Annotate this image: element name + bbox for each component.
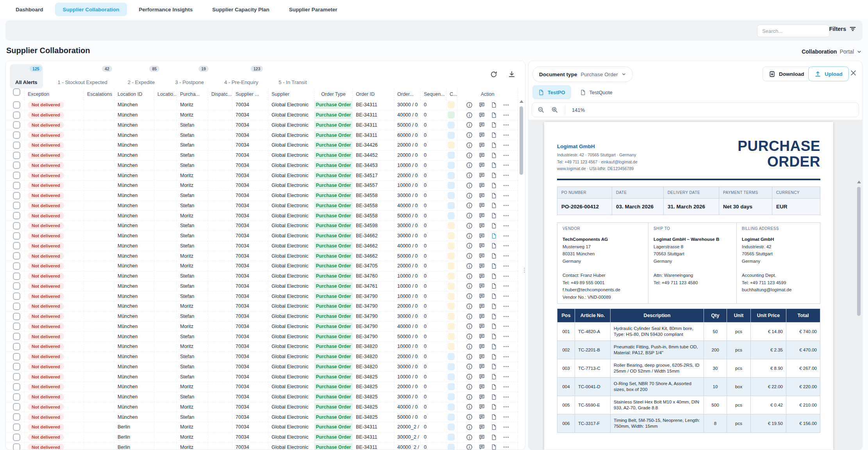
document-icon[interactable]: [491, 444, 497, 450]
document-icon[interactable]: [491, 253, 497, 259]
document-icon[interactable]: [491, 313, 497, 320]
download-button[interactable]: Download: [763, 66, 811, 81]
row-checkbox[interactable]: [13, 434, 20, 441]
info-icon[interactable]: [466, 172, 473, 179]
table-row[interactable]: Not deliveredMünchenMoritz70034Global El…: [6, 170, 518, 181]
table-row[interactable]: Not deliveredMünchenStefan70034Global El…: [6, 291, 518, 301]
document-icon[interactable]: [491, 293, 497, 299]
comment-icon[interactable]: [479, 192, 485, 199]
more-actions-icon[interactable]: [503, 172, 509, 179]
row-checkbox[interactable]: [13, 131, 20, 139]
document-icon[interactable]: [491, 424, 497, 430]
row-checkbox[interactable]: [13, 323, 20, 330]
row-checkbox[interactable]: [13, 121, 20, 129]
table-row[interactable]: Not deliveredMünchenMoritz70034Global El…: [6, 342, 518, 352]
info-icon[interactable]: [466, 233, 473, 239]
info-icon[interactable]: [466, 182, 473, 189]
comment-icon[interactable]: [479, 414, 485, 420]
info-icon[interactable]: [466, 434, 473, 441]
info-icon[interactable]: [466, 353, 473, 360]
row-checkbox[interactable]: [13, 172, 20, 179]
comment-icon[interactable]: [479, 122, 485, 128]
alert-tab-2[interactable]: 852 - Expedite: [122, 64, 160, 89]
document-icon[interactable]: [491, 363, 497, 370]
row-checkbox[interactable]: [13, 403, 20, 411]
document-icon[interactable]: [491, 414, 497, 420]
row-checkbox[interactable]: [13, 161, 20, 169]
table-row[interactable]: Not deliveredMünchenStefan70034Global El…: [6, 161, 518, 171]
document-icon[interactable]: [491, 384, 497, 390]
viewer-scrollbar[interactable]: [857, 181, 861, 449]
row-checkbox[interactable]: [13, 252, 20, 260]
more-actions-icon[interactable]: [503, 273, 509, 280]
document-icon[interactable]: [491, 202, 497, 209]
scroll-up-arrow[interactable]: [857, 181, 861, 183]
comment-icon[interactable]: [479, 162, 485, 169]
table-row[interactable]: Not deliveredMünchenStefan70034Global El…: [6, 412, 518, 422]
nav-tab-4[interactable]: Supplier Parameter: [281, 3, 345, 16]
refresh-icon[interactable]: [490, 70, 498, 78]
more-actions-icon[interactable]: [503, 353, 509, 360]
info-icon[interactable]: [466, 152, 473, 159]
more-actions-icon[interactable]: [503, 263, 509, 269]
row-checkbox[interactable]: [13, 202, 20, 209]
table-scrollbar[interactable]: [519, 100, 524, 448]
more-actions-icon[interactable]: [503, 233, 509, 239]
info-icon[interactable]: [466, 202, 473, 209]
more-actions-icon[interactable]: [503, 112, 509, 118]
info-icon[interactable]: [466, 373, 473, 380]
info-icon[interactable]: [466, 253, 473, 259]
document-icon[interactable]: [491, 102, 497, 108]
row-checkbox[interactable]: [13, 353, 20, 360]
info-icon[interactable]: [466, 263, 473, 269]
info-icon[interactable]: [466, 323, 473, 330]
more-actions-icon[interactable]: [503, 303, 509, 310]
row-checkbox[interactable]: [13, 182, 20, 189]
document-icon[interactable]: [491, 434, 497, 441]
info-icon[interactable]: [466, 132, 473, 138]
info-icon[interactable]: [466, 273, 473, 280]
comment-icon[interactable]: [479, 303, 485, 310]
comment-icon[interactable]: [479, 363, 485, 370]
comment-icon[interactable]: [479, 343, 485, 350]
comment-icon[interactable]: [479, 313, 485, 320]
more-actions-icon[interactable]: [503, 414, 509, 420]
comment-icon[interactable]: [479, 373, 485, 380]
table-row[interactable]: Not deliveredMünchenMoritz70034Global El…: [6, 382, 518, 392]
nav-tab-2[interactable]: Performance Insights: [131, 3, 200, 16]
info-icon[interactable]: [466, 192, 473, 199]
more-actions-icon[interactable]: [503, 434, 509, 441]
info-icon[interactable]: [466, 313, 473, 320]
document-icon[interactable]: [491, 172, 497, 179]
more-actions-icon[interactable]: [503, 384, 509, 390]
zoom-in-icon[interactable]: [551, 106, 558, 113]
doc-tab-testpo[interactable]: TestPO: [532, 85, 571, 99]
document-icon[interactable]: [491, 333, 497, 340]
filters-button[interactable]: Filters: [829, 26, 856, 32]
document-icon[interactable]: [491, 303, 497, 310]
table-row[interactable]: Not deliveredMünchenMoritz70034Global El…: [6, 251, 518, 261]
info-icon[interactable]: [466, 444, 473, 450]
table-row[interactable]: Not deliveredMünchenStefan70034Global El…: [6, 332, 518, 342]
select-all-checkbox[interactable]: [13, 88, 20, 96]
info-icon[interactable]: [466, 343, 473, 350]
info-icon[interactable]: [466, 384, 473, 390]
table-row[interactable]: Not deliveredMünchenMoritz70034Global El…: [6, 261, 518, 271]
more-actions-icon[interactable]: [503, 132, 509, 138]
table-row[interactable]: Not deliveredMünchenMoritz70034Global El…: [6, 110, 518, 120]
more-actions-icon[interactable]: [503, 343, 509, 350]
info-icon[interactable]: [466, 212, 473, 219]
table-download-icon[interactable]: [508, 70, 516, 78]
document-icon[interactable]: [491, 273, 497, 280]
comment-icon[interactable]: [479, 444, 485, 450]
document-icon[interactable]: [491, 343, 497, 350]
comment-icon[interactable]: [479, 384, 485, 390]
table-row[interactable]: Not deliveredMünchenStefan70034Global El…: [6, 312, 518, 322]
info-icon[interactable]: [466, 424, 473, 430]
document-icon[interactable]: [491, 192, 497, 199]
more-actions-icon[interactable]: [503, 162, 509, 169]
table-row[interactable]: Not deliveredMünchenStefan70034Global El…: [6, 362, 518, 372]
comment-icon[interactable]: [479, 283, 485, 289]
document-icon[interactable]: [491, 162, 497, 169]
table-row[interactable]: Not deliveredMünchenStefan70034Global El…: [6, 352, 518, 362]
